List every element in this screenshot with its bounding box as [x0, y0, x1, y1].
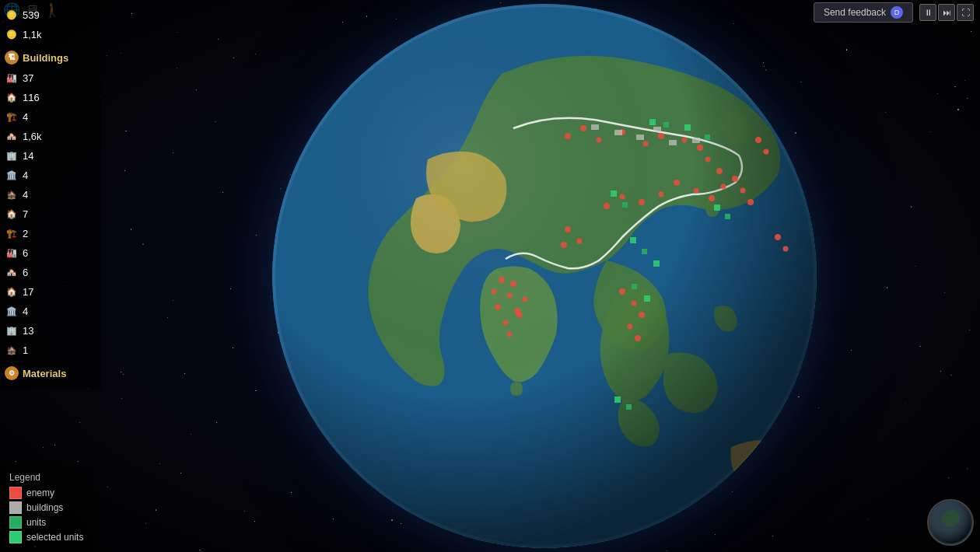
building-icon-9: 🏚️	[5, 187, 19, 201]
sidebar-value-10: 7	[23, 208, 28, 220]
svg-rect-65	[653, 127, 661, 132]
pause-button[interactable]: ⏸	[919, 4, 936, 21]
svg-rect-55	[642, 249, 647, 254]
top-bar: Send feedback D ⏸ ⏭ ⛶	[0, 0, 980, 25]
sidebar-value-6: 1,6k	[23, 131, 42, 142]
sidebar-value-7: 14	[23, 150, 33, 162]
svg-point-13	[721, 184, 726, 190]
sidebar-value-9: 4	[23, 189, 28, 201]
svg-point-31	[619, 288, 625, 295]
send-feedback-button[interactable]: Send feedback D	[814, 2, 913, 23]
sidebar-value-15: 4	[23, 306, 28, 317]
svg-rect-57	[632, 284, 637, 289]
legend-color-units	[9, 516, 22, 529]
svg-point-2	[272, 4, 817, 548]
building-icon-4: 🏠	[5, 90, 19, 104]
legend-color-enemy	[9, 487, 22, 499]
sidebar-value-4: 116	[23, 92, 40, 103]
svg-point-3	[565, 133, 571, 139]
building-icon-13: 🏘️	[5, 265, 19, 279]
expand-button[interactable]: ⛶	[957, 4, 974, 21]
svg-rect-46	[649, 119, 656, 125]
legend-label-selected-units: selected units	[26, 532, 83, 543]
sidebar-value-5: 4	[23, 111, 28, 123]
svg-point-21	[499, 277, 505, 283]
building-icon-7: 🏢	[5, 148, 19, 162]
sidebar-value-2: 1,1k	[23, 29, 42, 40]
svg-rect-51	[725, 214, 730, 219]
buildings-icon-circle: 🏗	[5, 51, 19, 65]
svg-point-29	[516, 312, 523, 318]
svg-point-42	[755, 137, 761, 143]
building-icon-16: 🏢	[5, 323, 19, 337]
svg-point-18	[639, 199, 645, 205]
sidebar-value-8: 4	[23, 169, 28, 181]
globe-sphere	[272, 4, 817, 548]
sidebar-row-10: 🏠 7	[5, 205, 96, 222]
sidebar-value-12: 6	[23, 247, 28, 259]
building-icon-12: 🏭	[5, 246, 19, 260]
sidebar-row-17: 🏚️ 1	[5, 341, 96, 358]
svg-rect-64	[669, 140, 677, 145]
svg-rect-56	[653, 260, 660, 267]
feedback-label: Send feedback	[824, 7, 886, 18]
svg-rect-50	[714, 204, 720, 211]
svg-point-45	[783, 246, 789, 252]
building-icon-3: 🏭	[5, 71, 19, 85]
svg-point-19	[620, 194, 625, 200]
sidebar-value-14: 17	[23, 286, 33, 298]
svg-point-12	[716, 168, 723, 174]
sidebar-value-13: 6	[23, 267, 28, 278]
legend-item-units: units	[9, 516, 83, 529]
sidebar-row-4: 🏠 116	[5, 89, 96, 106]
building-icon-8: 🏛️	[5, 168, 19, 182]
fast-forward-button[interactable]: ⏭	[938, 4, 955, 21]
legend-item-buildings: buildings	[9, 501, 83, 514]
sidebar-row-2: 🪙 1,1k	[5, 26, 96, 43]
sidebar-row-13: 🏘️ 6	[5, 264, 96, 281]
svg-rect-66	[692, 138, 700, 143]
svg-point-38	[747, 199, 754, 205]
svg-point-14	[709, 195, 715, 201]
sidebar-row-6: 🏘️ 1,6k	[5, 128, 96, 145]
sidebar-row-5: 🏗️ 4	[5, 108, 96, 125]
svg-rect-61	[591, 124, 599, 130]
minimap[interactable]	[927, 499, 974, 546]
sidebar-value-11: 2	[23, 228, 28, 239]
svg-point-15	[694, 188, 699, 194]
svg-point-22	[507, 293, 513, 299]
legend-item-selected-units: selected units	[9, 531, 83, 543]
svg-point-34	[628, 324, 633, 330]
svg-point-28	[523, 297, 528, 302]
sidebar-row-16: 🏢 13	[5, 322, 96, 339]
svg-point-44	[775, 234, 781, 240]
building-icon-17: 🏚️	[5, 343, 19, 357]
svg-point-5	[597, 138, 602, 143]
svg-rect-62	[614, 130, 622, 135]
svg-point-24	[503, 320, 509, 326]
building-icon-15: 🏛️	[5, 304, 19, 318]
materials-icon-circle: ⚙	[5, 366, 19, 380]
legend-title: Legend	[9, 472, 83, 483]
svg-point-16	[674, 180, 680, 186]
sidebar-row-9: 🏚️ 4	[5, 186, 96, 203]
sidebar-row-14: 🏠 17	[5, 283, 96, 300]
globe-view[interactable]	[272, 4, 817, 548]
buildings-label: Buildings	[23, 52, 68, 64]
svg-rect-53	[622, 202, 628, 208]
discord-icon: D	[891, 6, 903, 19]
svg-point-30	[507, 332, 513, 337]
legend-item-enemy: enemy	[9, 487, 83, 499]
svg-point-10	[697, 145, 703, 151]
globe-landmass-svg	[272, 4, 817, 548]
svg-point-33	[639, 312, 645, 318]
sidebar-value-17: 1	[23, 344, 28, 356]
sidebar-row-12: 🏭 6	[5, 244, 96, 261]
svg-point-41	[561, 242, 567, 248]
materials-label: Materials	[23, 368, 66, 379]
svg-point-9	[682, 138, 688, 143]
svg-point-32	[632, 301, 637, 306]
sidebar: 🪙 539 🪙 1,1k 🏗 Buildings 🏭 37 🏠 116 🏗️ 4…	[0, 0, 101, 389]
svg-point-4	[580, 125, 586, 131]
materials-header: ⚙ Materials	[5, 364, 96, 383]
